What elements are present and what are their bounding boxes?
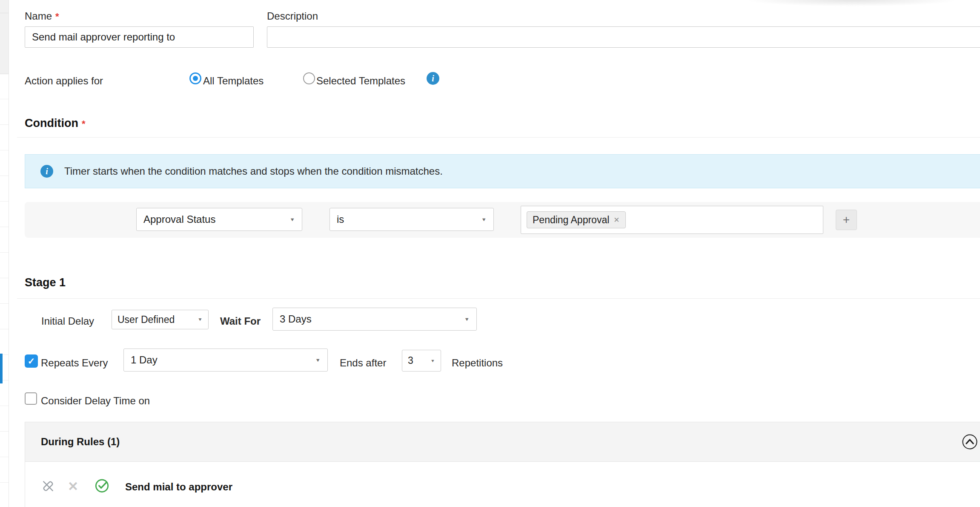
description-label: Description (267, 10, 318, 22)
banner-info-icon: i (40, 165, 53, 178)
caret-down-icon: ▼ (315, 357, 321, 363)
condition-field-dropdown[interactable]: Approval Status ▼ (136, 208, 302, 231)
repeats-every-checkbox[interactable]: ✓ (25, 354, 38, 368)
description-input[interactable] (267, 26, 980, 48)
rule-name[interactable]: Send mial to approver (125, 481, 232, 493)
condition-values-input[interactable]: Pending Approval ✕ (521, 206, 823, 234)
condition-field-value: Approval Status (143, 213, 215, 225)
name-required-asterisk: * (55, 11, 59, 22)
repetitions-label: Repetitions (452, 357, 503, 369)
edit-disabled-icon[interactable] (41, 479, 55, 495)
timer-info-banner: i Timer starts when the condition matche… (25, 154, 980, 188)
during-rules-title: During Rules (1) (41, 436, 120, 448)
stage-divider (17, 298, 980, 299)
during-rules-header: During Rules (1) (25, 422, 980, 462)
chevron-up-circle-icon (961, 433, 978, 450)
check-icon: ✓ (28, 356, 35, 366)
chip-label: Pending Approval (533, 214, 609, 226)
ends-after-dropdown[interactable]: 3 ▼ (402, 350, 441, 372)
ends-after-value: 3 (408, 355, 413, 366)
condition-heading-row: Condition* (25, 117, 86, 130)
rule-enabled-icon[interactable] (94, 478, 110, 495)
initial-delay-dropdown[interactable]: User Defined ▼ (112, 310, 209, 329)
condition-operator-value: is (337, 213, 344, 225)
initial-delay-value: User Defined (117, 314, 175, 326)
banner-text: Timer starts when the condition matches … (64, 165, 443, 177)
radio-all-templates[interactable] (189, 72, 201, 84)
name-label: Name (25, 10, 52, 22)
condition-row: Approval Status ▼ is ▼ Pending Approval … (25, 202, 980, 238)
condition-value-chip: Pending Approval ✕ (527, 211, 626, 228)
condition-divider (17, 137, 980, 138)
name-input[interactable] (25, 26, 254, 48)
repeats-every-dropdown[interactable]: 1 Day ▼ (123, 349, 328, 372)
wait-for-value: 3 Days (280, 313, 312, 325)
during-rules-section: During Rules (1) ✕ Send mia (25, 422, 980, 507)
description-label-row: Description (267, 10, 318, 22)
consider-delay-checkbox[interactable] (25, 392, 37, 405)
condition-operator-dropdown[interactable]: is ▼ (330, 208, 494, 231)
delete-rule-icon[interactable]: ✕ (68, 480, 78, 493)
background-list-rows-edge (0, 74, 9, 507)
active-item-indicator (0, 354, 3, 383)
caret-down-icon: ▼ (430, 358, 435, 363)
radio-selected-templates-label[interactable]: Selected Templates (316, 75, 405, 87)
name-label-row: Name* (25, 10, 59, 22)
repeats-every-value: 1 Day (131, 354, 158, 366)
ends-after-label: Ends after (340, 357, 386, 369)
radio-selected-templates[interactable] (303, 72, 315, 84)
caret-down-icon: ▼ (289, 217, 295, 222)
wait-for-dropdown[interactable]: 3 Days ▼ (272, 308, 477, 331)
background-list-edge (0, 0, 9, 507)
action-applies-label: Action applies for (25, 75, 103, 87)
initial-delay-label: Initial Delay (41, 315, 94, 327)
templates-info-icon[interactable]: i (427, 72, 439, 85)
timer-action-form: Name* Description Action applies for All… (25, 0, 980, 507)
caret-down-icon: ▼ (198, 317, 203, 322)
condition-required-asterisk: * (82, 118, 86, 129)
consider-delay-label[interactable]: Consider Delay Time on (41, 395, 150, 407)
background-list-divider (0, 13, 9, 13)
stage-heading: Stage 1 (25, 276, 66, 289)
collapse-section-button[interactable] (961, 433, 978, 450)
radio-all-templates-label[interactable]: All Templates (203, 75, 264, 87)
plus-icon: + (843, 213, 850, 227)
chip-remove-icon[interactable]: ✕ (613, 216, 619, 225)
condition-heading: Condition (25, 117, 78, 130)
caret-down-icon: ▼ (464, 317, 470, 322)
wait-for-label: Wait For (220, 315, 261, 327)
add-condition-button[interactable]: + (836, 210, 857, 230)
repeats-every-label[interactable]: Repeats Every (41, 357, 108, 369)
background-list-header-edge (0, 0, 9, 74)
caret-down-icon: ▼ (481, 217, 487, 222)
